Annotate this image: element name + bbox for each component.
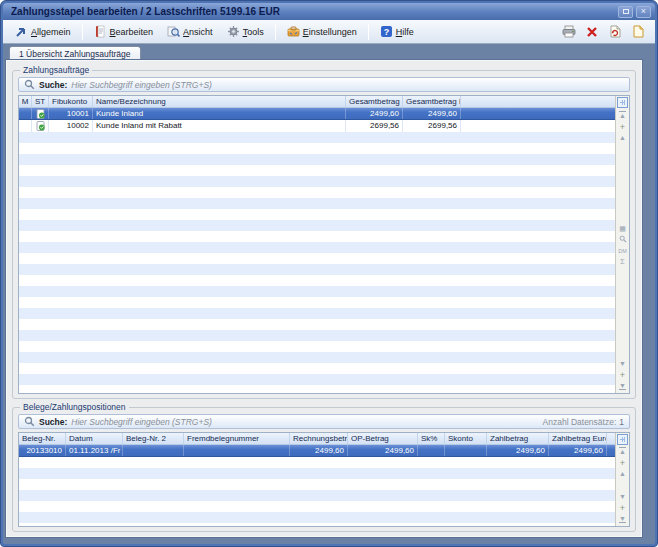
record-count-label: Anzahl Datensätze: bbox=[543, 417, 617, 427]
column-header-rechnungsbetrag[interactable]: Rechnungsbetrag bbox=[290, 433, 348, 444]
column-header-m[interactable]: M bbox=[19, 96, 32, 107]
cell-zahlbetrag: 2499,60 bbox=[487, 445, 549, 456]
empty-row[interactable] bbox=[19, 198, 615, 209]
payments-search-bar[interactable]: Suche: Hier Suchbegriff eingeben (STRG+S… bbox=[18, 77, 630, 92]
positions-search-bar[interactable]: Suche: Hier Suchbegriff eingeben (STRG+S… bbox=[18, 414, 630, 429]
column-header-op-betrag[interactable]: OP-Betrag bbox=[348, 433, 418, 444]
empty-row[interactable] bbox=[19, 319, 615, 330]
empty-row[interactable] bbox=[19, 374, 615, 385]
menu-einstellungen[interactable]: Einstellungen bbox=[281, 22, 363, 41]
column-header-st[interactable]: ST bbox=[32, 96, 49, 107]
column-header-gesamtbetrag[interactable]: Gesamtbetrag bbox=[346, 96, 403, 107]
dm-currency-icon[interactable]: DM bbox=[617, 246, 628, 256]
empty-row[interactable] bbox=[19, 457, 615, 468]
row-down-icon[interactable]: ▼ bbox=[617, 359, 628, 369]
sum-icon[interactable]: Σ bbox=[617, 257, 628, 267]
column-header-sk-prozent[interactable]: Sk% bbox=[418, 433, 445, 444]
column-header-filler bbox=[607, 433, 615, 444]
empty-row[interactable] bbox=[19, 220, 615, 231]
column-header-fremdbelegnummer[interactable]: Fremdbelegnummer bbox=[184, 433, 290, 444]
empty-row[interactable] bbox=[19, 165, 615, 176]
column-header-beleg-nr-2[interactable]: Beleg-Nr. 2 bbox=[123, 433, 184, 444]
empty-row[interactable] bbox=[19, 330, 615, 341]
menu-bearbeiten[interactable]: Bearbeiten bbox=[88, 22, 160, 41]
window-controls: × bbox=[618, 6, 651, 18]
column-header-skonto[interactable]: Skonto bbox=[445, 433, 487, 444]
title-bar[interactable]: Zahlungsstapel bearbeiten / 2 Lastschrif… bbox=[3, 3, 655, 20]
search-icon bbox=[24, 416, 35, 427]
column-header-datum[interactable]: Datum bbox=[66, 433, 123, 444]
menu-allgemein[interactable]: Allgemein bbox=[9, 22, 77, 41]
cell-sk-prozent bbox=[418, 445, 445, 456]
close-button[interactable]: × bbox=[636, 6, 651, 18]
empty-row[interactable] bbox=[19, 468, 615, 479]
add-row-icon[interactable]: + bbox=[617, 370, 628, 380]
empty-row[interactable] bbox=[19, 352, 615, 363]
add-row-icon[interactable]: + bbox=[617, 458, 628, 468]
goto-last-icon[interactable]: ▼ bbox=[617, 381, 628, 391]
add-row-icon[interactable]: + bbox=[617, 122, 628, 132]
goto-last-icon[interactable]: ▼ bbox=[617, 514, 628, 524]
cell-rechnungsbetrag: 2499,60 bbox=[290, 445, 348, 456]
empty-row[interactable] bbox=[19, 231, 615, 242]
empty-row[interactable] bbox=[19, 501, 615, 512]
menu-tools[interactable]: Tools bbox=[221, 22, 270, 41]
payment-row[interactable]: 10002 Kunde Inland mit Rabatt 2699,56 26… bbox=[19, 120, 615, 132]
empty-row[interactable] bbox=[19, 341, 615, 352]
empty-row[interactable] bbox=[19, 297, 615, 308]
group-title: Belege/Zahlungspositionen bbox=[20, 402, 129, 412]
delete-button[interactable] bbox=[585, 25, 599, 39]
print-button[interactable] bbox=[562, 25, 576, 39]
empty-row[interactable] bbox=[19, 264, 615, 275]
settings-icon bbox=[287, 25, 300, 38]
menu-hilfe[interactable]: ? Hilfe bbox=[374, 22, 420, 41]
positions-grid-side-toolbar: ▲ + ▲ ▼ + ▼ bbox=[615, 433, 629, 526]
empty-row[interactable] bbox=[19, 512, 615, 523]
empty-row[interactable] bbox=[19, 479, 615, 490]
empty-rows-area bbox=[19, 132, 615, 393]
column-chooser-icon[interactable] bbox=[617, 97, 628, 108]
cell-zahlbetrag-euro: 2499,60 bbox=[549, 445, 607, 456]
goto-first-icon[interactable]: ▲ bbox=[617, 447, 628, 457]
empty-row[interactable] bbox=[19, 143, 615, 154]
add-row-icon[interactable]: + bbox=[617, 503, 628, 513]
row-up-icon[interactable]: ▲ bbox=[617, 133, 628, 143]
tab-uebersicht-zahlungsauftraege[interactable]: 1 Übersicht Zahlungsaufträge bbox=[9, 46, 141, 60]
column-header-beleg-nr[interactable]: Beleg-Nr. bbox=[19, 433, 66, 444]
empty-row[interactable] bbox=[19, 187, 615, 198]
new-document-button[interactable] bbox=[631, 25, 645, 39]
zoom-row-icon[interactable] bbox=[617, 235, 628, 245]
payment-row[interactable]: 10001 Kunde Inland 2499,60 2499,60 bbox=[19, 108, 615, 120]
empty-row[interactable] bbox=[19, 132, 615, 143]
empty-row[interactable] bbox=[19, 523, 615, 526]
position-row[interactable]: 20133010 01.11.2013 /Fr 2499,60 2499,60 … bbox=[19, 445, 615, 457]
document-refresh-button[interactable] bbox=[608, 25, 622, 39]
empty-row[interactable] bbox=[19, 363, 615, 374]
columns-view-icon[interactable]: ▦ bbox=[617, 224, 628, 234]
column-header-fibukonto[interactable]: Fibukonto bbox=[49, 96, 93, 107]
empty-row[interactable] bbox=[19, 286, 615, 297]
column-header-name[interactable]: Name/Bezeichnung bbox=[93, 96, 346, 107]
empty-row[interactable] bbox=[19, 253, 615, 264]
delete-icon bbox=[586, 26, 598, 38]
column-header-zahlbetrag-euro[interactable]: Zahlbetrag Euro bbox=[549, 433, 607, 444]
empty-row[interactable] bbox=[19, 490, 615, 501]
restore-button[interactable] bbox=[618, 6, 633, 18]
menu-ansicht[interactable]: Ansicht bbox=[161, 22, 219, 41]
empty-row[interactable] bbox=[19, 176, 615, 187]
help-icon: ? bbox=[380, 25, 393, 38]
empty-row[interactable] bbox=[19, 385, 615, 393]
column-chooser-icon[interactable] bbox=[617, 434, 628, 445]
empty-row[interactable] bbox=[19, 209, 615, 220]
column-header-zahlbetrag[interactable]: Zahlbetrag bbox=[487, 433, 549, 444]
empty-row[interactable] bbox=[19, 242, 615, 253]
window-title: Zahlungsstapel bearbeiten / 2 Lastschrif… bbox=[11, 6, 618, 17]
goto-first-icon[interactable]: ▲ bbox=[617, 111, 628, 121]
empty-row[interactable] bbox=[19, 154, 615, 165]
row-up-icon[interactable]: ▲ bbox=[617, 469, 628, 479]
tab-panel: Zahlungsaufträge Suche: Hier Suchbegriff… bbox=[6, 60, 642, 537]
column-header-gesamtbetrag-euro[interactable]: Gesamtbetrag Euro bbox=[403, 96, 461, 107]
row-down-icon[interactable]: ▼ bbox=[617, 492, 628, 502]
empty-row[interactable] bbox=[19, 275, 615, 286]
empty-row[interactable] bbox=[19, 308, 615, 319]
